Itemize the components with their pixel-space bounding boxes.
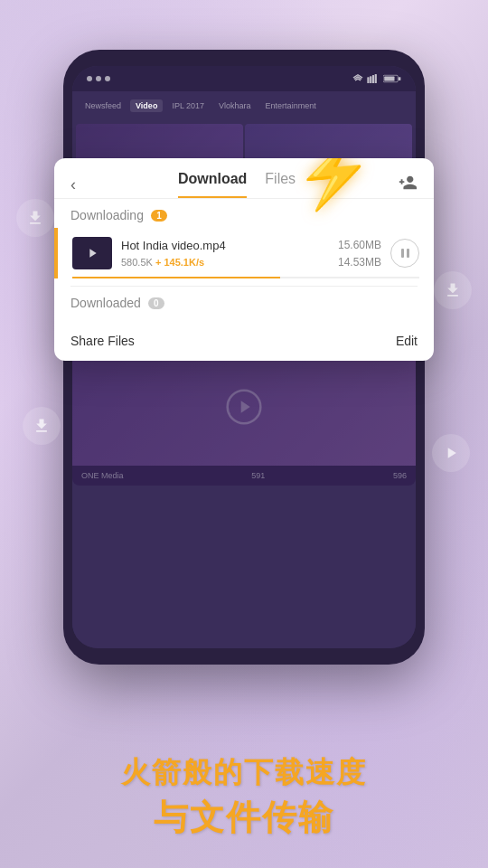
svg-rect-6 (399, 77, 401, 80)
side-download-icon-left1 (16, 199, 54, 237)
back-button[interactable]: ‹ (70, 175, 76, 194)
downloaded-label: Downloaded (70, 296, 141, 310)
pause-bar-1 (401, 249, 404, 258)
pause-button[interactable] (390, 239, 419, 268)
item-name-row: Hot India video.mp4 15.60MB (121, 239, 381, 252)
side-download-icon-right1 (434, 271, 472, 309)
status-dot (96, 76, 101, 81)
lightning-icon: ⚡ (291, 158, 378, 209)
svg-rect-0 (367, 77, 369, 83)
status-left (87, 76, 110, 81)
tab-files[interactable]: Files (265, 171, 296, 198)
downloading-badge: 1 (151, 210, 167, 222)
pause-icon (401, 249, 409, 258)
meta-shares: 596 (393, 471, 407, 480)
item-speed: 580.5K + 145.1K/s (121, 257, 204, 268)
item-progress-row: 580.5K + 145.1K/s 14.53MB (121, 256, 381, 269)
tab-entertainment[interactable]: Entertainment (260, 99, 322, 112)
download-item: Hot India video.mp4 15.60MB 580.5K + 145… (54, 228, 434, 278)
text-line1: 火箭般的下载速度 (18, 753, 470, 793)
item-filename: Hot India video.mp4 (121, 239, 226, 252)
item-size-total: 15.60MB (338, 239, 381, 251)
share-files-button[interactable]: Share Files (70, 334, 135, 348)
status-dot (105, 76, 110, 81)
status-dot (87, 76, 92, 81)
video-overlay: ONE Media 591 596 (72, 348, 416, 486)
phone-status-bar (72, 66, 416, 91)
item-speed-base: 580.5K (121, 257, 153, 268)
item-size-done: 14.53MB (338, 256, 381, 269)
tab-ipl[interactable]: IPL 2017 (166, 99, 210, 112)
status-right (352, 74, 401, 83)
video-overlay-inner (72, 348, 416, 466)
svg-rect-2 (372, 75, 374, 83)
downloaded-badge: 0 (148, 297, 164, 309)
svg-rect-3 (375, 74, 377, 83)
side-download-icon-left2 (23, 407, 61, 445)
downloaded-section: Downloaded 0 (54, 280, 434, 321)
pause-bar-2 (407, 249, 409, 258)
tab-newsfeed[interactable]: Newsfeed (80, 99, 127, 112)
meta-likes: 591 (251, 471, 265, 480)
tab-video[interactable]: Video (130, 99, 163, 112)
svg-rect-1 (370, 76, 371, 83)
video-overlay-meta: ONE Media 591 596 (72, 466, 416, 486)
panel-tabs: Download Files (178, 171, 296, 198)
phone-browser-tabs: Newsfeed Video IPL 2017 Vlokhara Enterta… (72, 91, 416, 120)
bottom-text: 火箭般的下载速度 与文件传输 (0, 753, 488, 841)
side-play-icon-right2 (432, 434, 470, 472)
downloading-label: Downloading (70, 208, 144, 222)
item-thumbnail (72, 237, 112, 269)
tab-download[interactable]: Download (178, 171, 247, 198)
item-speed-boost: + 145.1K/s (155, 257, 204, 268)
tab-vlokhara[interactable]: Vlokhara (213, 99, 257, 112)
edit-button[interactable]: Edit (396, 334, 418, 348)
action-row: Share Files Edit (54, 321, 434, 361)
text-line2: 与文件传输 (18, 795, 470, 841)
add-user-button[interactable] (398, 173, 418, 197)
download-panel: ‹ Download Files Downloading 1 Hot India… (54, 158, 434, 361)
svg-rect-5 (384, 77, 394, 81)
downloaded-section-header: Downloaded 0 (54, 287, 434, 316)
item-info: Hot India video.mp4 15.60MB 580.5K + 145… (112, 239, 390, 269)
meta-channel: ONE Media (81, 471, 124, 480)
